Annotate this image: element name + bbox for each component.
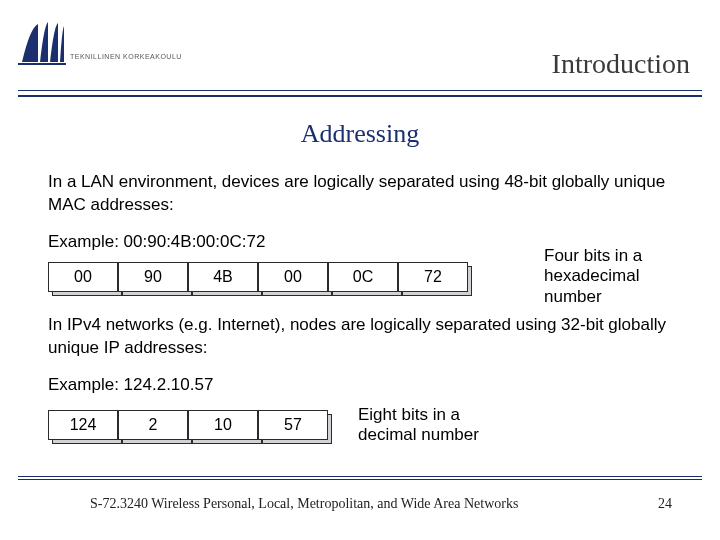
ip-octet-box: 10 — [188, 410, 258, 440]
ip-octet-value: 2 — [118, 410, 188, 440]
header: TEKNILLINEN KORKEAKOULU Introduction — [0, 0, 720, 95]
mac-byte-box: 72 — [398, 262, 468, 292]
ip-octets-row: 124 2 10 57 Eight bits in a decimal numb… — [48, 405, 672, 446]
body: In a LAN environment, devices are logica… — [0, 171, 720, 445]
ip-octet-box: 57 — [258, 410, 328, 440]
mac-byte-box: 4B — [188, 262, 258, 292]
mac-byte-value: 72 — [398, 262, 468, 292]
paragraph-ip: In IPv4 networks (e.g. Internet), nodes … — [48, 314, 672, 360]
footer: S-72.3240 Wireless Personal, Local, Metr… — [0, 496, 720, 512]
mac-byte-value: 90 — [118, 262, 188, 292]
note-hex: Four bits in a hexadecimal number — [544, 246, 694, 307]
slide-title: Addressing — [0, 119, 720, 149]
mac-byte-value: 4B — [188, 262, 258, 292]
header-title: Introduction — [552, 48, 690, 80]
logo-mark-icon — [18, 18, 66, 66]
note-decimal: Eight bits in a decimal number — [358, 405, 479, 446]
ip-octet-value: 10 — [188, 410, 258, 440]
header-rule — [18, 90, 702, 97]
mac-byte-value: 00 — [258, 262, 328, 292]
footer-page-number: 24 — [658, 496, 672, 512]
note-hex-l3: number — [544, 287, 694, 307]
footer-course: S-72.3240 Wireless Personal, Local, Metr… — [90, 496, 518, 512]
ip-octet-box: 124 — [48, 410, 118, 440]
mac-byte-box: 90 — [118, 262, 188, 292]
mac-byte-box: 0C — [328, 262, 398, 292]
note-decimal-l2: decimal number — [358, 425, 479, 445]
ip-octet-value: 124 — [48, 410, 118, 440]
mac-byte-box: 00 — [48, 262, 118, 292]
mac-byte-box: 00 — [258, 262, 328, 292]
note-hex-l2: hexadecimal — [544, 266, 694, 286]
logo: TEKNILLINEN KORKEAKOULU — [18, 18, 182, 66]
note-hex-l1: Four bits in a — [544, 246, 694, 266]
logo-text: TEKNILLINEN KORKEAKOULU — [70, 53, 182, 60]
ip-octet-value: 57 — [258, 410, 328, 440]
ip-octet-box: 2 — [118, 410, 188, 440]
example-ip-label: Example: 124.2.10.57 — [48, 374, 672, 397]
slide: TEKNILLINEN KORKEAKOULU Introduction Add… — [0, 0, 720, 540]
mac-byte-value: 0C — [328, 262, 398, 292]
paragraph-mac: In a LAN environment, devices are logica… — [48, 171, 672, 217]
note-decimal-l1: Eight bits in a — [358, 405, 479, 425]
mac-byte-value: 00 — [48, 262, 118, 292]
footer-rule — [18, 476, 702, 480]
